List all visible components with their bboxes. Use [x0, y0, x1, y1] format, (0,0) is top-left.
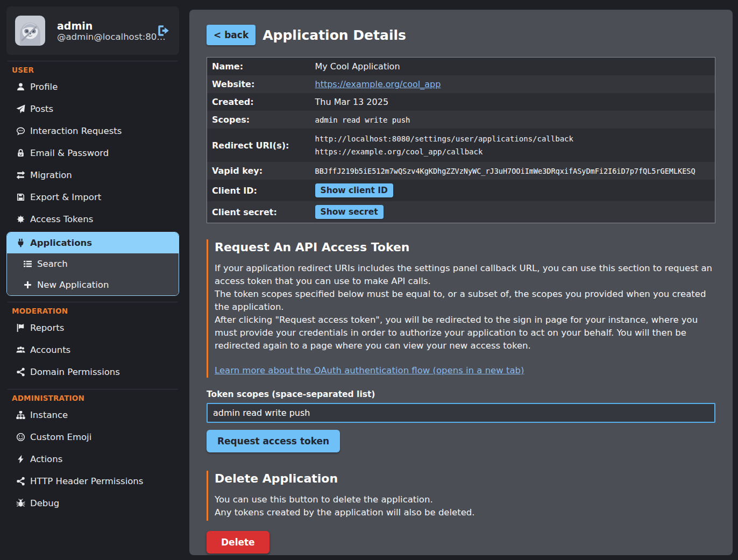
sidebar-item-label: Domain Permissions — [30, 367, 120, 377]
sidebar-item-migration[interactable]: Migration — [6, 164, 179, 186]
oauth-docs-link[interactable]: Learn more about the OAuth authenticatio… — [215, 365, 524, 375]
request-token-paragraph-1: If your application redirect URIs includ… — [215, 262, 715, 288]
row-label: Website: — [207, 75, 310, 93]
flag-icon — [16, 323, 25, 332]
row-label: Scopes: — [207, 111, 310, 129]
request-access-token-button[interactable]: Request access token — [207, 430, 340, 452]
sidebar-item-access-tokens[interactable]: Access Tokens — [6, 208, 179, 230]
show-client-id-button[interactable]: Show client ID — [315, 183, 393, 197]
request-token-heading: Request An API Access Token — [215, 240, 715, 254]
sidebar-item-label: Instance — [30, 410, 68, 420]
application-details-table: Name: My Cool Application Website: https… — [207, 57, 715, 223]
app-name-value: My Cool Application — [310, 58, 715, 76]
scopes-value: admin read write push — [315, 116, 410, 124]
sidebar-item-label: Migration — [30, 170, 72, 180]
delete-application-heading: Delete Application — [215, 472, 715, 485]
sidebar-item-label: HTTP Header Permissions — [30, 476, 143, 486]
website-link[interactable]: https://example.org/cool_app — [315, 79, 441, 89]
vapid-key-value: BBJffJ219b5iE512m7wQSzv4KgKDhgZZVzNyWC_r… — [315, 167, 696, 175]
section-label-moderation: MODERATION — [12, 307, 179, 315]
sidebar-item-domain-permissions[interactable]: Domain Permissions — [6, 361, 179, 383]
sidebar-item-label: Posts — [30, 104, 53, 114]
show-secret-button[interactable]: Show secret — [315, 205, 384, 219]
sidebar-item-label: Custom Emoji — [30, 432, 91, 442]
request-token-section: Request An API Access Token If your appl… — [207, 239, 715, 377]
certificate-icon — [16, 215, 25, 224]
row-label: Vapid key: — [207, 162, 310, 180]
applications-group: Applications Search New Application — [6, 232, 179, 296]
share-nodes-icon — [16, 477, 25, 486]
row-label: Created: — [207, 93, 310, 111]
share-nodes-icon — [16, 367, 25, 377]
sidebar-item-custom-emoji[interactable]: Custom Emoji — [6, 426, 179, 448]
main-panel: < back Application Details Name: My Cool… — [189, 10, 733, 555]
back-button[interactable]: < back — [207, 25, 256, 45]
sidebar-item-export-import[interactable]: Export & Import — [6, 186, 179, 208]
sidebar-item-debug[interactable]: Debug — [6, 492, 179, 514]
sidebar-item-http-header-permissions[interactable]: HTTP Header Permissions — [6, 470, 179, 492]
page-title: Application Details — [262, 27, 406, 43]
sidebar-item-email-password[interactable]: Email & Password — [6, 142, 179, 164]
row-label: Redirect URI(s): — [207, 129, 310, 162]
bug-icon — [16, 499, 25, 508]
sidebar-item-applications[interactable]: Applications — [7, 232, 179, 253]
lock-icon — [16, 148, 25, 158]
section-label-administration: ADMINISTRATION — [12, 394, 179, 402]
created-value: Thu Mar 13 2025 — [310, 93, 715, 111]
user-handle: @admin@localhost:80… — [57, 32, 166, 42]
sidebar-item-applications-search[interactable]: Search — [7, 253, 179, 274]
delete-button[interactable]: Delete — [207, 531, 269, 554]
row-label: Name: — [207, 58, 310, 76]
token-scopes-label: Token scopes (space-separated list) — [207, 389, 715, 399]
table-row-created: Created: Thu Mar 13 2025 — [207, 93, 715, 111]
sidebar-item-actions[interactable]: Actions — [6, 448, 179, 470]
section-label-user: USER — [12, 66, 179, 74]
row-label: Client secret: — [207, 201, 310, 223]
floppy-disk-icon — [16, 193, 25, 202]
table-row-redirect-uris: Redirect URI(s): http://localhost:8080/s… — [207, 129, 715, 162]
table-row-name: Name: My Cool Application — [207, 58, 715, 76]
sidebar-item-posts[interactable]: Posts — [6, 98, 179, 120]
sidebar-item-label: Profile — [30, 82, 58, 92]
sidebar-item-instance[interactable]: Instance — [6, 404, 179, 426]
sidebar-item-label: Access Tokens — [30, 214, 93, 224]
table-row-scopes: Scopes: admin read write push — [207, 111, 715, 129]
comment-icon — [16, 126, 25, 136]
token-scopes-form: Token scopes (space-separated list) Requ… — [207, 389, 715, 452]
users-icon — [16, 345, 25, 355]
exchange-arrows-icon — [16, 171, 25, 180]
sidebar-item-profile[interactable]: Profile — [6, 76, 179, 98]
sidebar-item-label: Search — [37, 259, 68, 269]
delete-application-section: Delete Application You can use this butt… — [207, 471, 715, 521]
request-token-paragraph-3: After clicking "Request access token", y… — [215, 314, 715, 352]
table-row-website: Website: https://example.org/cool_app — [207, 75, 715, 93]
paper-plane-icon — [16, 104, 25, 114]
sidebar-item-accounts[interactable]: Accounts — [6, 339, 179, 361]
sidebar-item-label: Debug — [30, 498, 59, 508]
sidebar-item-reports[interactable]: Reports — [6, 317, 179, 339]
delete-line-2: Any tokens created by the application wi… — [215, 506, 715, 519]
sidebar: admin @admin@localhost:80… USER Profile … — [0, 0, 186, 560]
sidebar-item-applications-new[interactable]: New Application — [7, 274, 179, 295]
username: admin — [57, 20, 93, 32]
delete-line-1: You can use this button to delete the ap… — [215, 493, 715, 506]
avatar — [15, 16, 45, 46]
sidebar-item-label: Reports — [30, 323, 64, 333]
table-row-client-secret: Client secret: Show secret — [207, 201, 715, 223]
sitemap-icon — [16, 410, 25, 420]
divider — [8, 61, 178, 61]
sidebar-item-label: Applications — [30, 238, 92, 248]
smiley-icon — [16, 433, 25, 442]
sign-out-icon[interactable] — [157, 24, 171, 38]
token-scopes-input[interactable] — [207, 403, 715, 423]
sidebar-item-label: Interaction Requests — [30, 126, 122, 136]
sidebar-item-label: Actions — [30, 454, 62, 464]
request-token-paragraph-2: The token scopes specified below must be… — [215, 288, 715, 314]
table-row-vapid-key: Vapid key: BBJffJ219b5iE512m7wQSzv4KgKDh… — [207, 162, 715, 180]
sidebar-item-label: New Application — [37, 280, 109, 290]
settings-panel: admin @admin@localhost:80… USER Profile … — [0, 0, 738, 560]
redirect-uri-1: http://localhost:8080/settings/user/appl… — [315, 132, 711, 145]
plus-icon — [23, 280, 32, 289]
sidebar-item-interaction-requests[interactable]: Interaction Requests — [6, 120, 179, 142]
user-card[interactable]: admin @admin@localhost:80… — [6, 6, 179, 55]
